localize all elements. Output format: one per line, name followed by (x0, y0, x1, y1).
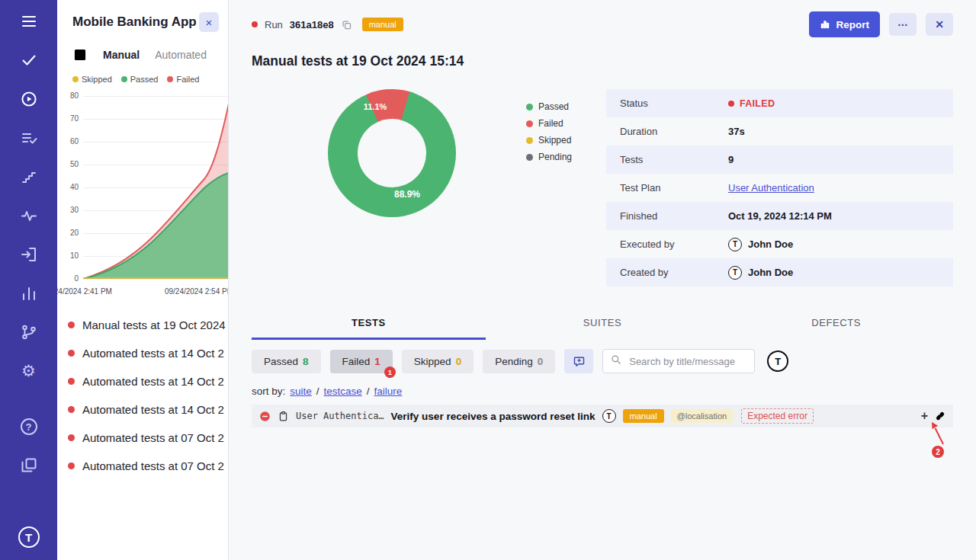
report-button[interactable]: Report (809, 11, 881, 37)
failed-percent-label: 11.1% (364, 102, 387, 111)
tab-automated[interactable]: Automated (155, 49, 207, 61)
failed-run-dot (68, 322, 75, 328)
project-title: Mobile Banking App (72, 14, 197, 30)
tab-manual[interactable]: Manual (103, 49, 140, 61)
info-row-executed-by: Executed by TJohn Doe (606, 230, 953, 258)
sort-by-testcase-link[interactable]: testcase (324, 386, 362, 397)
legend-failed: Failed (167, 75, 199, 84)
test-plan-link[interactable]: User Authentication (728, 182, 814, 194)
passed-dot (121, 76, 127, 82)
expected-error-chip: Expected error (741, 408, 814, 424)
info-row-duration: Duration 37s (606, 117, 953, 146)
close-run-button[interactable]: ✕ (926, 13, 953, 36)
git-branch-icon[interactable] (20, 323, 38, 341)
run-list-item[interactable]: Automated tests at 14 Oct 2 (57, 395, 228, 424)
filter-pending-button[interactable]: Pending0 (483, 350, 555, 373)
project-panel: Mobile Banking App × Manual Automated Sk… (57, 0, 229, 560)
x-label-end: 09/24/2024 2:54 PM (165, 287, 229, 296)
duration-value: 37s (728, 126, 745, 137)
play-circle-icon[interactable] (20, 90, 38, 108)
gear-icon[interactable]: ⚙ (20, 362, 38, 380)
test-title: Verify user receives a password reset li… (391, 411, 596, 422)
filter-passed-button[interactable]: Passed8 (252, 350, 321, 373)
tests-count-value: 9 (728, 154, 734, 165)
donut-legend: Passed Failed Skipped Pending (526, 101, 572, 162)
result-tabs: TESTS SUITES DEFECTS (252, 309, 953, 340)
filter-skipped-button[interactable]: Skipped0 (402, 350, 474, 373)
copy-run-id-button[interactable] (341, 19, 352, 30)
app: ⚙ ? T Mobile Banking App × Manual Automa… (0, 0, 976, 560)
tutorial-step-2-badge: 2 (932, 446, 944, 458)
assignee-filter-logo[interactable]: T (767, 350, 788, 372)
project-tabs: Manual Automated (57, 38, 228, 69)
run-list-item[interactable]: Automated tests at 07 Oct 2 (57, 452, 228, 480)
passed-percent-label: 88.9% (394, 189, 420, 200)
red-arrow-icon (926, 417, 949, 462)
trend-x-labels: /24/2024 2:41 PM 09/24/2024 2:54 PM (57, 283, 229, 296)
tutorial-step-2-annotation: 2 (926, 417, 949, 462)
info-row-test-plan: Test Plan User Authentication (606, 174, 953, 202)
localisation-tag[interactable]: @localisation (671, 409, 734, 423)
sort-label: sort by: (252, 386, 285, 397)
app-logo-icon[interactable]: T (18, 526, 40, 548)
comment-filter-button[interactable] (564, 349, 593, 373)
legend-skipped: Skipped (526, 135, 572, 146)
tab-suites[interactable]: SUITES (486, 309, 720, 340)
tab-tests[interactable]: TESTS (252, 309, 486, 340)
steps-icon[interactable] (20, 168, 38, 186)
filter-failed-button[interactable]: Failed1 1 (330, 350, 393, 373)
check-icon[interactable] (20, 51, 38, 69)
sort-separator: / (316, 386, 319, 397)
failed-run-dot (68, 462, 75, 469)
tab-defects[interactable]: DEFECTS (719, 309, 953, 340)
run-list-item[interactable]: Automated tests at 14 Oct 2 (57, 367, 228, 395)
add-icon[interactable]: + (921, 410, 928, 422)
project-panel-header: Mobile Banking App × (57, 0, 228, 38)
tutorial-step-1-badge: 1 (384, 366, 396, 378)
run-list-item[interactable]: Automated tests at 07 Oct 2 (57, 424, 228, 452)
failed-dot (167, 76, 173, 82)
app-sidebar: ⚙ ? T (0, 0, 57, 560)
passed-dot (526, 104, 533, 110)
run-label: Run (265, 19, 283, 30)
sort-bar: sort by: suite / testcase / failure (252, 386, 953, 397)
sort-by-suite-link[interactable]: suite (290, 386, 312, 397)
sign-in-icon[interactable] (20, 245, 38, 264)
activity-pulse-icon[interactable] (20, 206, 38, 225)
runs-view-icon (72, 47, 88, 62)
failed-dot (728, 101, 734, 107)
info-row-status: Status FAILED (606, 89, 953, 117)
project-panel-close-button[interactable]: × (199, 12, 219, 32)
link-icon[interactable] (935, 411, 946, 421)
sort-by-failure-link[interactable]: failure (374, 386, 403, 397)
created-by-value: John Doe (748, 267, 793, 278)
run-list-item[interactable]: Manual tests at 19 Oct 2024 (57, 311, 228, 339)
test-result-row[interactable]: User Authentica… Verify user receives a … (252, 405, 953, 427)
info-row-created-by: Created by TJohn Doe (606, 258, 953, 286)
search-input[interactable] (628, 355, 746, 368)
skipped-dot (526, 137, 533, 144)
run-info-table: Status FAILED Duration 37s Tests 9 Test … (606, 89, 953, 286)
menu-icon[interactable] (20, 12, 38, 30)
donut (328, 89, 456, 217)
run-detail: Run 361a18e8 manual Report ⋯ ✕ Manual te… (229, 0, 976, 560)
more-actions-button[interactable]: ⋯ (889, 13, 917, 36)
run-list-item[interactable]: Automated tests at 14 Oct 2 (57, 339, 228, 367)
finished-value: Oct 19, 2024 12:14 PM (728, 210, 832, 222)
bar-chart-icon[interactable] (20, 284, 38, 302)
x-label-start: /24/2024 2:41 PM (57, 287, 112, 296)
result-donut-chart: 11.1% 88.9% (328, 89, 456, 217)
sort-separator: / (367, 386, 370, 397)
clipboard-icon (278, 411, 289, 422)
failed-run-dot (68, 378, 75, 385)
search-icon (611, 354, 621, 368)
info-row-finished: Finished Oct 19, 2024 12:14 PM (606, 202, 953, 230)
manual-badge: manual (623, 409, 664, 423)
playlist-check-icon[interactable] (20, 129, 38, 147)
copy-docs-icon[interactable] (20, 456, 38, 475)
help-icon[interactable]: ? (20, 418, 38, 436)
avatar: T (602, 409, 616, 423)
avatar: T (728, 266, 742, 280)
failed-test-icon (259, 411, 271, 422)
manual-badge: manual (362, 18, 403, 31)
